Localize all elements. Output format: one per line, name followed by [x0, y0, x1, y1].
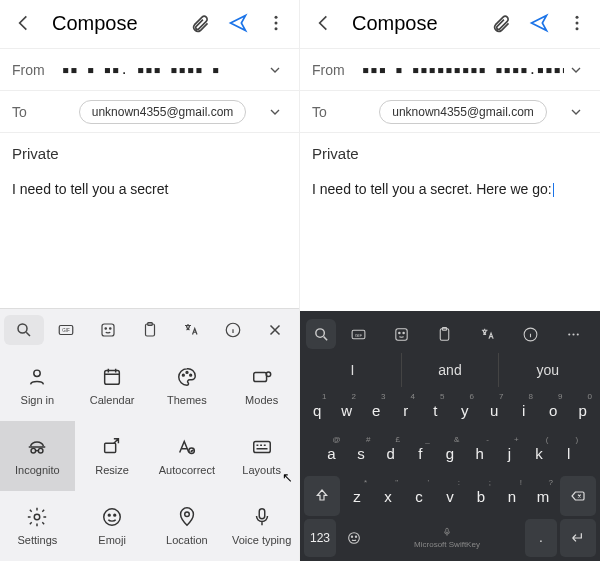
suggestion[interactable]: I: [304, 353, 401, 387]
key-b[interactable]: b;: [467, 476, 495, 516]
key-p[interactable]: p0: [570, 390, 597, 430]
key-u[interactable]: u7: [481, 390, 508, 430]
from-row[interactable]: From ▪▪▪ ▪ ▪▪▪▪▪▪▪▪▪ ▪▪▪▪.▪▪▪▪: [300, 48, 600, 90]
svg-point-0: [275, 16, 278, 19]
suggestion-row: I and you: [304, 353, 596, 387]
chevron-down-icon[interactable]: [263, 104, 287, 120]
attach-icon[interactable]: [486, 8, 516, 38]
key-n[interactable]: n!: [498, 476, 526, 516]
back-icon[interactable]: [308, 8, 338, 38]
key-c[interactable]: c': [405, 476, 433, 516]
key-r[interactable]: r4: [393, 390, 420, 430]
incognito-cell[interactable]: Incognito: [0, 421, 75, 491]
themes-cell[interactable]: Themes: [150, 351, 225, 421]
suggestion[interactable]: you: [498, 353, 596, 387]
modes-cell[interactable]: Modes: [224, 351, 299, 421]
voice-cell[interactable]: Voice typing: [224, 491, 299, 561]
key-a[interactable]: a@: [318, 433, 345, 473]
spacebar[interactable]: Microsoft SwiftKey: [372, 519, 522, 557]
key-d[interactable]: d£: [377, 433, 404, 473]
chevron-down-icon[interactable]: [564, 62, 588, 78]
svg-text:GIF: GIF: [355, 332, 362, 337]
to-chip[interactable]: unknown4355@gmail.com: [79, 100, 247, 124]
to-row[interactable]: To unknown4355@gmail.com: [0, 90, 299, 132]
backspace-key[interactable]: [560, 476, 596, 516]
more-dots-icon[interactable]: [553, 319, 594, 349]
settings-cell[interactable]: Settings: [0, 491, 75, 561]
clipboard-icon[interactable]: [130, 315, 170, 345]
left-pane: Compose From ▪▪ ▪ ▪▪. ▪▪▪ ▪▪▪▪ ▪ To unkn…: [0, 0, 300, 561]
send-icon[interactable]: [524, 8, 554, 38]
key-l[interactable]: l): [555, 433, 582, 473]
key-e[interactable]: e3: [363, 390, 390, 430]
key-s[interactable]: s#: [348, 433, 375, 473]
resize-cell[interactable]: Resize: [75, 421, 150, 491]
suggestion[interactable]: and: [401, 353, 499, 387]
key-z[interactable]: z*: [343, 476, 371, 516]
subject-field[interactable]: Private: [300, 132, 600, 170]
mode-key[interactable]: 123: [304, 519, 336, 557]
info-icon[interactable]: [510, 319, 551, 349]
key-h[interactable]: h-: [466, 433, 493, 473]
search-icon[interactable]: [4, 315, 44, 345]
sticker-icon[interactable]: [381, 319, 422, 349]
emoji-key[interactable]: [339, 519, 369, 557]
more-icon[interactable]: [261, 8, 291, 38]
search-icon[interactable]: [306, 319, 336, 349]
subject-field[interactable]: Private: [0, 132, 299, 170]
svg-rect-23: [253, 442, 270, 453]
translate-icon[interactable]: [171, 315, 211, 345]
chevron-down-icon[interactable]: [564, 104, 588, 120]
key-j[interactable]: j+: [496, 433, 523, 473]
send-icon[interactable]: [223, 8, 253, 38]
key-y[interactable]: y6: [452, 390, 479, 430]
key-f[interactable]: f_: [407, 433, 434, 473]
key-g[interactable]: g&: [437, 433, 464, 473]
key-w[interactable]: w2: [334, 390, 361, 430]
svg-point-16: [190, 374, 192, 376]
gif-icon[interactable]: GIF: [46, 315, 86, 345]
key-t[interactable]: t5: [422, 390, 449, 430]
chevron-down-icon[interactable]: [263, 62, 287, 78]
keyboard-settings-panel: GIF Sign in: [0, 308, 299, 561]
svg-point-27: [114, 514, 116, 516]
sticker-icon[interactable]: [88, 315, 128, 345]
calendar-cell[interactable]: Calendar: [75, 351, 150, 421]
key-m[interactable]: m?: [529, 476, 557, 516]
svg-text:GIF: GIF: [62, 328, 70, 333]
key-v[interactable]: v:: [436, 476, 464, 516]
to-row[interactable]: To unknown4355@gmail.com: [300, 90, 600, 132]
svg-point-44: [577, 333, 579, 335]
key-x[interactable]: x": [374, 476, 402, 516]
more-icon[interactable]: [562, 8, 592, 38]
back-icon[interactable]: [8, 8, 38, 38]
key-i[interactable]: i8: [511, 390, 538, 430]
info-icon[interactable]: [213, 315, 253, 345]
translate-icon[interactable]: [467, 319, 508, 349]
close-icon[interactable]: [255, 315, 295, 345]
to-chip[interactable]: unknown4355@gmail.com: [379, 100, 547, 124]
attach-icon[interactable]: [185, 8, 215, 38]
key-row-1: q1w2e3r4t5y6u7i8o9p0: [304, 390, 596, 430]
location-cell[interactable]: Location: [150, 491, 225, 561]
clipboard-icon[interactable]: [424, 319, 465, 349]
period-key[interactable]: .: [525, 519, 557, 557]
body-field[interactable]: I need to tell you a secret: [0, 170, 299, 308]
signin-cell[interactable]: Sign in: [0, 351, 75, 421]
key-q[interactable]: q1: [304, 390, 331, 430]
modes-label: Modes: [245, 394, 278, 406]
svg-point-18: [266, 372, 271, 377]
key-k[interactable]: k(: [526, 433, 553, 473]
body-field[interactable]: I need to tell you a secret. Here we go:: [300, 170, 600, 311]
layouts-cell[interactable]: Layouts ↖: [224, 421, 299, 491]
compose-title: Compose: [52, 12, 138, 35]
svg-point-32: [576, 27, 579, 30]
autocorrect-cell[interactable]: Autocorrect: [150, 421, 225, 491]
from-row[interactable]: From ▪▪ ▪ ▪▪. ▪▪▪ ▪▪▪▪ ▪: [0, 48, 299, 90]
enter-key[interactable]: [560, 519, 596, 557]
svg-point-30: [576, 16, 579, 19]
shift-key[interactable]: [304, 476, 340, 516]
emoji-cell[interactable]: Emoji: [75, 491, 150, 561]
gif-icon[interactable]: GIF: [338, 319, 379, 349]
key-o[interactable]: o9: [540, 390, 567, 430]
